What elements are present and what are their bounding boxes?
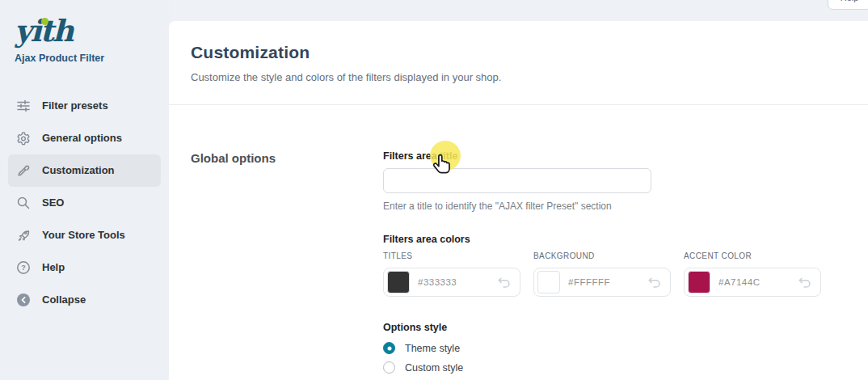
sidebar-item-collapse[interactable]: Collapse <box>8 284 161 316</box>
sidebar-item-seo[interactable]: SEO <box>8 187 161 219</box>
sidebar-item-customization[interactable]: Customization <box>8 154 161 187</box>
reset-color-icon[interactable] <box>496 277 512 289</box>
sidebar-item-label: Collapse <box>42 293 86 306</box>
search-icon <box>15 195 32 211</box>
plugin-logo: yith <box>0 0 169 48</box>
label-prefix: Filters area <box>383 150 440 162</box>
rocket-icon <box>15 227 32 243</box>
color-hex-value: #FFFFFF <box>568 277 610 287</box>
sidebar-item-general-options[interactable]: General options <box>8 122 161 154</box>
reset-color-icon[interactable] <box>797 277 812 289</box>
colors-row: TITLES #333333 BACKGROUND <box>383 251 821 297</box>
color-swatch[interactable] <box>537 271 560 293</box>
sidebar-item-help[interactable]: ? Help <box>8 251 161 284</box>
sidebar-item-filter-presets[interactable]: Filter presets <box>8 90 161 122</box>
sidebar-item-label: SEO <box>42 196 64 209</box>
color-field-background: BACKGROUND #FFFFFF <box>533 251 671 297</box>
reset-color-icon[interactable] <box>647 277 662 289</box>
sidebar-item-label: Help <box>42 261 65 273</box>
color-swatch[interactable] <box>688 271 710 293</box>
color-hex-value: #333333 <box>418 277 457 287</box>
sidebar-item-label: Customization <box>42 164 115 176</box>
question-icon: ? <box>15 260 32 276</box>
sidebar-item-your-store-tools[interactable]: Your Store Tools <box>8 219 161 251</box>
radio-theme-style[interactable]: Theme style <box>383 342 821 354</box>
color-picker-background[interactable]: #FFFFFF <box>533 268 671 297</box>
eyedropper-icon <box>15 163 32 179</box>
options-style-label: Options style <box>383 322 821 333</box>
color-field-titles: TITLES #333333 <box>383 251 520 297</box>
page-header: Customization Customize the style and co… <box>169 21 868 105</box>
color-field-caption: ACCENT COLOR <box>684 251 821 260</box>
color-field-caption: BACKGROUND <box>533 251 671 260</box>
page-subtitle: Customize the style and colors of the fi… <box>191 71 868 83</box>
gear-icon <box>15 130 32 146</box>
filters-area-title-label: Filters area title <box>383 150 821 163</box>
sidebar-nav: Filter presets General options Customiza… <box>0 90 169 316</box>
sliders-icon <box>15 98 32 114</box>
radio-custom-style[interactable]: Custom style <box>383 361 821 374</box>
radio-label: Custom style <box>405 362 463 374</box>
color-hex-value: #A7144C <box>718 277 760 287</box>
sidebar-item-label: Filter presets <box>42 99 108 112</box>
top-help-button[interactable]: Help <box>828 0 868 10</box>
sidebar-item-label: Your Store Tools <box>42 229 125 241</box>
svg-text:?: ? <box>21 264 26 272</box>
main-panel: Customization Customize the style and co… <box>169 21 868 380</box>
radio-label: Theme style <box>405 343 460 354</box>
filters-area-title-input[interactable] <box>383 168 651 193</box>
label-highlighted-word: title <box>440 150 457 162</box>
radio-button[interactable] <box>383 361 395 374</box>
yith-logo: yith <box>15 15 169 48</box>
radio-button[interactable] <box>383 342 395 354</box>
filters-area-colors-label: Filters area colors <box>383 234 821 245</box>
color-field-accent: ACCENT COLOR #A7144C <box>684 251 821 297</box>
logo-green-dot-icon <box>41 18 48 25</box>
section-label-global-options: Global options <box>191 150 383 374</box>
settings-form: Filters area title Enter a title to iden… <box>383 150 821 374</box>
color-picker-accent[interactable]: #A7144C <box>684 268 821 297</box>
page-title: Customization <box>191 43 868 62</box>
filters-area-title-helper: Enter a title to identify the "AJAX filt… <box>383 201 821 212</box>
color-field-caption: TITLES <box>383 251 520 260</box>
collapse-icon <box>15 292 32 308</box>
plugin-name: Ajax Product Filter <box>0 48 169 64</box>
color-swatch[interactable] <box>387 271 410 293</box>
sidebar: yith Ajax Product Filter Filter presets <box>0 0 169 380</box>
sidebar-item-label: General options <box>42 132 122 144</box>
settings-content: Global options Filters area title Enter … <box>169 105 868 374</box>
color-picker-titles[interactable]: #333333 <box>383 268 520 297</box>
